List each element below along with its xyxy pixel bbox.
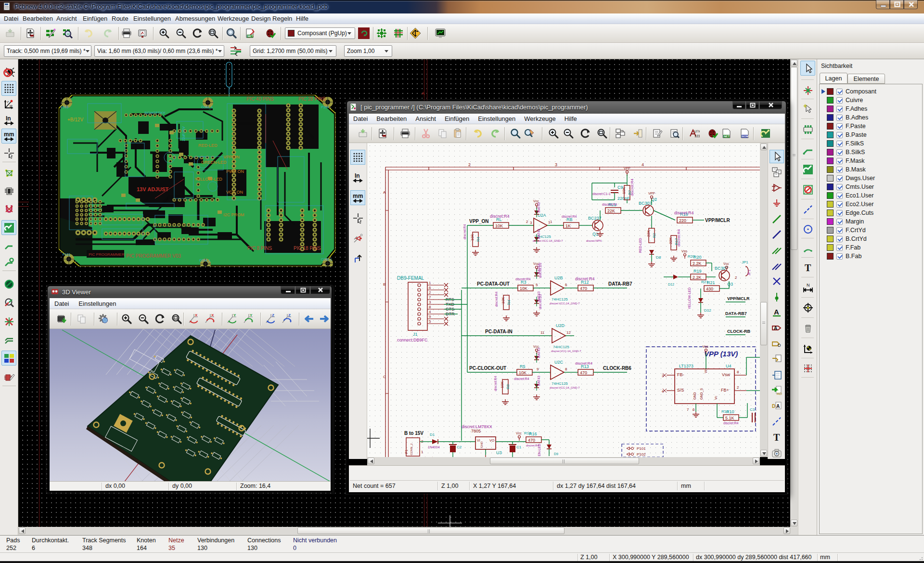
- svg-text:BAT43: BAT43: [537, 202, 540, 212]
- svg-text:1: 1: [421, 450, 424, 454]
- svg-text:discret:VCC-14_GND-7: discret:VCC-14_GND-7: [551, 350, 581, 353]
- svg-text:U2A: U2A: [538, 213, 546, 218]
- svg-text:U4: U4: [726, 364, 732, 368]
- svg-text:220: 220: [679, 218, 686, 223]
- svg-text:10K: 10K: [520, 286, 527, 291]
- svg-text:JP1: JP1: [747, 270, 751, 275]
- svg-text:470: 470: [580, 286, 587, 291]
- svg-text:CONN_2: CONN_2: [410, 443, 413, 455]
- svg-text:PWR ON: PWR ON: [226, 169, 244, 174]
- svg-text:470: 470: [580, 370, 587, 375]
- svg-text:A: A: [776, 404, 780, 409]
- svg-text:RED-LED: RED-LED: [639, 238, 642, 253]
- svg-text:P102: P102: [637, 452, 646, 457]
- svg-text:R19: R19: [693, 269, 702, 274]
- svg-text:U2D: U2D: [556, 323, 565, 328]
- svg-text:BOM: BOM: [742, 135, 749, 138]
- svg-text:Vc: Vc: [714, 395, 718, 400]
- svg-text:R4: R4: [476, 236, 480, 242]
- svg-text:BAT43: BAT43: [537, 229, 540, 239]
- svg-text:discret:R4: discret:R4: [602, 203, 617, 206]
- svg-text:discret:R4: discret:R4: [490, 214, 510, 219]
- svg-text:A: A: [774, 308, 779, 316]
- svg-text:Y: Y: [250, 313, 253, 317]
- svg-text:PC-CLOCK-OUT: PC-CLOCK-OUT: [469, 366, 506, 371]
- svg-text:3: 3: [429, 300, 431, 304]
- svg-text:PC-DATA-OUT: PC-DATA-OUT: [477, 281, 510, 287]
- svg-text:5.1K: 5.1K: [725, 416, 734, 420]
- svg-text:8: 8: [565, 367, 567, 371]
- svg-text:r: r: [7, 99, 9, 104]
- svg-text:9: 9: [537, 367, 539, 371]
- svg-text:BC307: BC307: [639, 201, 652, 206]
- svg-text:discret:C1-1: discret:C1-1: [592, 192, 611, 196]
- svg-text:470: 470: [528, 438, 535, 443]
- svg-text:1K: 1K: [565, 223, 571, 228]
- svg-text:VI: VI: [477, 439, 480, 442]
- svg-text:PC-DATA-IN: PC-DATA-IN: [485, 329, 513, 334]
- svg-text:C2: C2: [457, 445, 462, 449]
- svg-text:A: A: [383, 190, 386, 195]
- svg-text:NET: NET: [724, 135, 730, 138]
- svg-text:Z: Z: [272, 313, 274, 317]
- svg-text:10K: 10K: [470, 234, 475, 241]
- svg-text:Z: Z: [288, 313, 291, 317]
- svg-text:+B/12V: +B/12V: [67, 117, 83, 122]
- svg-text:D12: D12: [668, 283, 674, 286]
- svg-text:R21: R21: [701, 280, 708, 284]
- svg-text:GREEN-LED: GREEN-LED: [201, 160, 227, 165]
- svg-text:7: 7: [429, 295, 431, 300]
- svg-text:NET: NET: [247, 35, 253, 38]
- svg-text:COM_1: COM_1: [201, 105, 213, 109]
- svg-text:9: 9: [429, 314, 431, 319]
- svg-text:74HC125: 74HC125: [552, 297, 568, 301]
- svg-text:D12: D12: [704, 308, 711, 313]
- svg-text:R10: R10: [721, 409, 729, 414]
- svg-text:Vss: Vss: [681, 249, 687, 253]
- svg-text:COM_L: COM_L: [199, 259, 211, 262]
- svg-text:In: In: [355, 172, 360, 179]
- svg-text:4: 4: [642, 162, 644, 167]
- svg-text:VPP_ON: VPP_ON: [469, 219, 489, 224]
- svg-text:YELLOW-LED: YELLOW-LED: [194, 177, 222, 182]
- svg-text:discret:R4: discret:R4: [494, 376, 497, 391]
- svg-text:GND: GND: [480, 441, 483, 448]
- svg-text:74HC125: 74HC125: [552, 381, 568, 386]
- svg-text:2: 2: [468, 162, 471, 167]
- svg-text:11: 11: [540, 330, 545, 335]
- svg-text:X: X: [211, 313, 214, 317]
- svg-text:discret:D3: discret:D3: [539, 294, 542, 309]
- svg-text:12: 12: [566, 330, 571, 335]
- svg-text:2: 2: [735, 275, 737, 280]
- svg-text:CLOCK-RB6: CLOCK-RB6: [603, 366, 631, 371]
- svg-text:YELLOW-LED: YELLOW-LED: [688, 288, 691, 309]
- svg-text:discret:R4: discret:R4: [723, 421, 739, 425]
- svg-text:D8: D8: [656, 255, 661, 260]
- svg-text:X: X: [195, 313, 198, 317]
- svg-text:R2: R2: [652, 233, 656, 238]
- svg-text:PIC 28 PINS: PIC 28 PINS: [298, 96, 326, 102]
- svg-text:discret:R4: discret:R4: [495, 291, 498, 307]
- svg-text:VO: VO: [489, 439, 495, 442]
- svg-text:VPP: VPP: [624, 167, 630, 170]
- svg-text:C1: C1: [516, 445, 522, 449]
- svg-text:discret:R4: discret:R4: [514, 377, 529, 380]
- svg-text:74HC125: 74HC125: [553, 345, 569, 349]
- svg-text:T: T: [805, 262, 811, 273]
- svg-text:2.2K: 2.2K: [693, 275, 702, 280]
- svg-text:U3: U3: [496, 450, 502, 455]
- svg-text:FB+: FB+: [721, 388, 729, 393]
- svg-text:COM_L: COM_L: [321, 258, 333, 262]
- svg-text:Vsw: Vsw: [722, 372, 731, 377]
- svg-text:PIC PROGRAMMER: PIC PROGRAMMER: [89, 252, 125, 257]
- svg-text:C3: C3: [750, 407, 755, 412]
- svg-text:Q2: Q2: [651, 197, 657, 202]
- svg-text:8: 8: [737, 370, 739, 374]
- svg-text:VCC ON: VCC ON: [226, 190, 243, 195]
- svg-text:PIC 8 PINS: PIC 8 PINS: [247, 246, 272, 251]
- svg-text:1N4004: 1N4004: [428, 445, 440, 449]
- svg-text:discret:R4: discret:R4: [515, 277, 531, 281]
- svg-text:Vin: Vin: [704, 368, 707, 373]
- svg-text:PIC 40 PINS: PIC 40 PINS: [246, 96, 274, 102]
- svg-text:R4: R4: [507, 300, 511, 305]
